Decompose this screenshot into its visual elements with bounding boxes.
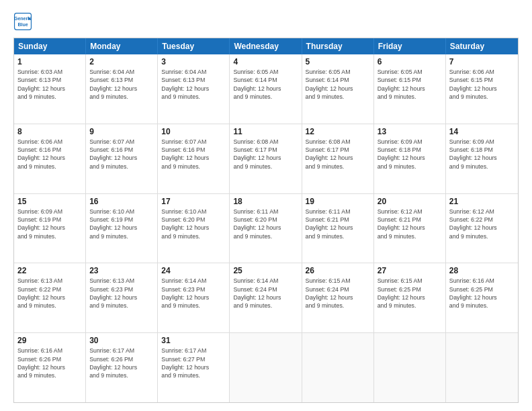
- day-number: 18: [233, 197, 298, 206]
- day-info: Sunrise: 6:15 AMSunset: 6:25 PMDaylight:…: [378, 277, 442, 310]
- calendar-cell: 3Sunrise: 6:04 AMSunset: 6:13 PMDaylight…: [158, 54, 230, 124]
- day-number: 22: [17, 266, 82, 275]
- day-number: 20: [378, 197, 442, 206]
- day-number: 30: [89, 336, 154, 345]
- day-info: Sunrise: 6:07 AMSunset: 6:16 PMDaylight:…: [89, 138, 154, 171]
- calendar-cell: 18Sunrise: 6:11 AMSunset: 6:20 PMDayligh…: [230, 194, 302, 263]
- day-info: Sunrise: 6:06 AMSunset: 6:16 PMDaylight:…: [17, 138, 82, 171]
- weekday-header-monday: Monday: [86, 38, 158, 54]
- calendar-cell: 27Sunrise: 6:15 AMSunset: 6:25 PMDayligh…: [374, 263, 446, 332]
- day-info: Sunrise: 6:11 AMSunset: 6:21 PMDaylight:…: [306, 208, 370, 240]
- day-number: 17: [161, 197, 226, 206]
- day-info: Sunrise: 6:14 AMSunset: 6:23 PMDaylight:…: [161, 277, 226, 310]
- day-info: Sunrise: 6:14 AMSunset: 6:24 PMDaylight:…: [233, 277, 298, 310]
- weekday-header-wednesday: Wednesday: [230, 38, 302, 54]
- day-info: Sunrise: 6:05 AMSunset: 6:14 PMDaylight:…: [306, 68, 370, 101]
- calendar-cell: 24Sunrise: 6:14 AMSunset: 6:23 PMDayligh…: [158, 263, 230, 332]
- day-number: 25: [233, 266, 298, 275]
- day-number: 15: [17, 197, 82, 206]
- calendar-cell: 29Sunrise: 6:16 AMSunset: 6:26 PMDayligh…: [14, 333, 86, 402]
- weekday-header-tuesday: Tuesday: [158, 38, 230, 54]
- day-number: 11: [233, 127, 298, 136]
- day-number: 3: [161, 57, 226, 66]
- day-info: Sunrise: 6:17 AMSunset: 6:26 PMDaylight:…: [89, 347, 154, 379]
- calendar-row-3: 15Sunrise: 6:09 AMSunset: 6:19 PMDayligh…: [14, 193, 518, 263]
- calendar-cell: 17Sunrise: 6:10 AMSunset: 6:20 PMDayligh…: [158, 194, 230, 263]
- day-info: Sunrise: 6:12 AMSunset: 6:21 PMDaylight:…: [378, 208, 442, 240]
- day-info: Sunrise: 6:05 AMSunset: 6:15 PMDaylight:…: [378, 68, 442, 101]
- day-number: 14: [449, 127, 515, 136]
- calendar-cell: 6Sunrise: 6:05 AMSunset: 6:15 PMDaylight…: [374, 54, 446, 124]
- day-number: 19: [306, 197, 370, 206]
- day-info: Sunrise: 6:03 AMSunset: 6:13 PMDaylight:…: [17, 68, 82, 101]
- day-number: 16: [89, 197, 154, 206]
- day-info: Sunrise: 6:13 AMSunset: 6:22 PMDaylight:…: [17, 277, 82, 310]
- calendar-cell: 14Sunrise: 6:09 AMSunset: 6:18 PMDayligh…: [446, 124, 518, 193]
- calendar-cell: 8Sunrise: 6:06 AMSunset: 6:16 PMDaylight…: [14, 124, 86, 193]
- calendar-cell: 30Sunrise: 6:17 AMSunset: 6:26 PMDayligh…: [86, 333, 158, 402]
- day-number: 1: [17, 57, 82, 66]
- calendar-body: 1Sunrise: 6:03 AMSunset: 6:13 PMDaylight…: [14, 54, 518, 402]
- weekday-header-thursday: Thursday: [302, 38, 374, 54]
- calendar-cell: 25Sunrise: 6:14 AMSunset: 6:24 PMDayligh…: [230, 263, 302, 332]
- weekday-header-friday: Friday: [374, 38, 446, 54]
- calendar-cell: 12Sunrise: 6:08 AMSunset: 6:17 PMDayligh…: [302, 124, 374, 193]
- day-number: 29: [17, 336, 82, 345]
- logo: General Blue: [13, 12, 35, 31]
- logo-icon: General Blue: [13, 12, 32, 31]
- day-number: 2: [89, 57, 154, 66]
- calendar-header: SundayMondayTuesdayWednesdayThursdayFrid…: [14, 38, 518, 54]
- calendar-row-1: 1Sunrise: 6:03 AMSunset: 6:13 PMDaylight…: [14, 54, 518, 124]
- page: General Blue SundayMondayTuesdayWednesda…: [0, 0, 532, 411]
- day-info: Sunrise: 6:09 AMSunset: 6:18 PMDaylight:…: [449, 138, 515, 171]
- day-info: Sunrise: 6:09 AMSunset: 6:19 PMDaylight:…: [17, 208, 82, 240]
- day-number: 28: [449, 266, 515, 275]
- day-number: 8: [17, 127, 82, 136]
- calendar-cell: 15Sunrise: 6:09 AMSunset: 6:19 PMDayligh…: [14, 194, 86, 263]
- calendar-cell: [302, 333, 374, 402]
- calendar-cell: 11Sunrise: 6:08 AMSunset: 6:17 PMDayligh…: [230, 124, 302, 193]
- calendar-cell: 13Sunrise: 6:09 AMSunset: 6:18 PMDayligh…: [374, 124, 446, 193]
- calendar-cell: 9Sunrise: 6:07 AMSunset: 6:16 PMDaylight…: [86, 124, 158, 193]
- calendar-cell: 1Sunrise: 6:03 AMSunset: 6:13 PMDaylight…: [14, 54, 86, 124]
- calendar-cell: 31Sunrise: 6:17 AMSunset: 6:27 PMDayligh…: [158, 333, 230, 402]
- header: General Blue: [13, 12, 519, 31]
- day-info: Sunrise: 6:08 AMSunset: 6:17 PMDaylight:…: [233, 138, 298, 171]
- day-info: Sunrise: 6:08 AMSunset: 6:17 PMDaylight:…: [306, 138, 370, 171]
- calendar-cell: 4Sunrise: 6:05 AMSunset: 6:14 PMDaylight…: [230, 54, 302, 124]
- calendar-cell: 28Sunrise: 6:16 AMSunset: 6:25 PMDayligh…: [446, 263, 518, 332]
- calendar-cell: 22Sunrise: 6:13 AMSunset: 6:22 PMDayligh…: [14, 263, 86, 332]
- day-info: Sunrise: 6:15 AMSunset: 6:24 PMDaylight:…: [306, 277, 370, 310]
- calendar-cell: [230, 333, 302, 402]
- calendar-cell: 5Sunrise: 6:05 AMSunset: 6:14 PMDaylight…: [302, 54, 374, 124]
- svg-rect-0: [15, 13, 32, 30]
- weekday-header-saturday: Saturday: [446, 38, 518, 54]
- day-info: Sunrise: 6:13 AMSunset: 6:23 PMDaylight:…: [89, 277, 154, 310]
- day-info: Sunrise: 6:07 AMSunset: 6:16 PMDaylight:…: [161, 138, 226, 171]
- day-info: Sunrise: 6:04 AMSunset: 6:13 PMDaylight:…: [89, 68, 154, 101]
- calendar-row-4: 22Sunrise: 6:13 AMSunset: 6:22 PMDayligh…: [14, 263, 518, 332]
- calendar-cell: 20Sunrise: 6:12 AMSunset: 6:21 PMDayligh…: [374, 194, 446, 263]
- day-info: Sunrise: 6:06 AMSunset: 6:15 PMDaylight:…: [449, 68, 515, 101]
- day-number: 24: [161, 266, 226, 275]
- weekday-header-sunday: Sunday: [14, 38, 86, 54]
- calendar-cell: 10Sunrise: 6:07 AMSunset: 6:16 PMDayligh…: [158, 124, 230, 193]
- day-number: 7: [449, 57, 515, 66]
- calendar-cell: 21Sunrise: 6:12 AMSunset: 6:22 PMDayligh…: [446, 194, 518, 263]
- day-number: 4: [233, 57, 298, 66]
- day-number: 27: [378, 266, 442, 275]
- day-info: Sunrise: 6:16 AMSunset: 6:25 PMDaylight:…: [449, 277, 515, 310]
- calendar-cell: 26Sunrise: 6:15 AMSunset: 6:24 PMDayligh…: [302, 263, 374, 332]
- day-number: 23: [89, 266, 154, 275]
- day-number: 6: [378, 57, 442, 66]
- day-info: Sunrise: 6:04 AMSunset: 6:13 PMDaylight:…: [161, 68, 226, 101]
- calendar-cell: 16Sunrise: 6:10 AMSunset: 6:19 PMDayligh…: [86, 194, 158, 263]
- day-number: 10: [161, 127, 226, 136]
- day-info: Sunrise: 6:12 AMSunset: 6:22 PMDaylight:…: [449, 208, 515, 240]
- day-info: Sunrise: 6:17 AMSunset: 6:27 PMDaylight:…: [161, 347, 226, 379]
- day-info: Sunrise: 6:10 AMSunset: 6:20 PMDaylight:…: [161, 208, 226, 240]
- day-number: 9: [89, 127, 154, 136]
- svg-text:Blue: Blue: [17, 22, 28, 27]
- calendar-cell: [374, 333, 446, 402]
- day-number: 12: [306, 127, 370, 136]
